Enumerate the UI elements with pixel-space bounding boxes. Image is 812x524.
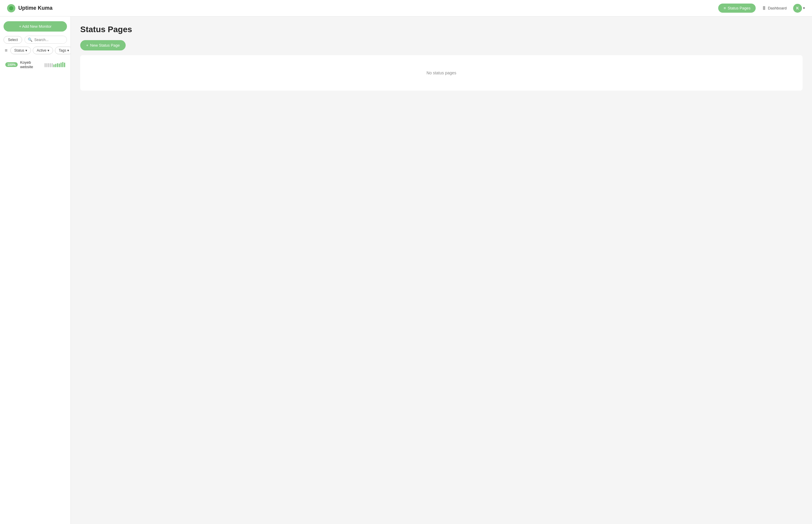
bar-green-6 [62, 62, 63, 67]
monitor-left: 100% Koyeb website [5, 60, 45, 69]
bar-green-4 [59, 63, 60, 67]
chevron-down-icon: ▾ [803, 6, 805, 10]
new-status-page-plus-icon: + [86, 43, 88, 48]
app-logo-icon [7, 4, 15, 12]
active-filter-chevron-icon: ▾ [48, 48, 49, 52]
tags-filter-chevron-icon: ▾ [67, 48, 69, 52]
app-header: Uptime Kuma ≡ Status Pages 🎛 Dashboard K… [0, 0, 812, 17]
status-filter-button[interactable]: Status ▾ [10, 47, 31, 54]
page-title: Status Pages [80, 25, 802, 34]
dashboard-nav-button[interactable]: 🎛 Dashboard [759, 4, 790, 12]
monitor-bars [45, 62, 65, 67]
add-new-monitor-button[interactable]: + Add New Monitor [3, 21, 67, 32]
search-icon: 🔍 [28, 37, 32, 42]
filter-row: ≡ Status ▾ Active ▾ Tags ▾ [3, 47, 67, 54]
app-title: Uptime Kuma [18, 5, 52, 11]
active-filter-label: Active [37, 48, 46, 52]
header-right: ≡ Status Pages 🎛 Dashboard K ▾ [718, 3, 805, 13]
bar-green-7 [64, 63, 65, 67]
dashboard-icon: 🎛 [762, 6, 766, 10]
main-layout: + Add New Monitor Select 🔍 ≡ Status ▾ Ac… [0, 17, 812, 524]
main-content: Status Pages + New Status Page No status… [71, 17, 812, 524]
bar-green-5 [61, 63, 62, 67]
bar-green-2 [55, 64, 56, 67]
bar-grey-2 [46, 63, 48, 67]
select-button[interactable]: Select [3, 36, 22, 44]
search-input-wrap: 🔍 [24, 36, 67, 44]
status-pages-nav-icon: ≡ [724, 6, 726, 10]
tags-filter-label: Tags [59, 48, 66, 52]
active-filter-button[interactable]: Active ▾ [33, 47, 53, 54]
status-pages-nav-button[interactable]: ≡ Status Pages [718, 3, 756, 13]
bar-grey-1 [45, 63, 46, 67]
new-status-page-button[interactable]: + New Status Page [80, 40, 126, 50]
sidebar: + Add New Monitor Select 🔍 ≡ Status ▾ Ac… [0, 17, 71, 524]
search-row: Select 🔍 [3, 36, 67, 44]
no-status-pages-message: No status pages [427, 70, 456, 75]
search-input[interactable] [34, 38, 64, 42]
status-filter-chevron-icon: ▾ [26, 48, 27, 52]
monitor-name: Koyeb website [20, 60, 45, 69]
status-filter-label: Status [14, 48, 24, 52]
bar-grey-5 [52, 63, 53, 67]
list-view-button[interactable]: ≡ [3, 47, 9, 54]
monitor-uptime-badge: 100% [5, 62, 18, 67]
header-left: Uptime Kuma [7, 4, 52, 12]
bar-grey-3 [48, 63, 49, 67]
new-status-page-label: New Status Page [90, 43, 120, 48]
bar-grey-4 [50, 63, 51, 67]
monitor-list: 100% Koyeb website [3, 58, 67, 71]
tags-filter-button[interactable]: Tags ▾ [55, 47, 71, 54]
avatar: K [793, 4, 802, 13]
status-pages-panel: No status pages [80, 55, 802, 91]
bar-green-3 [57, 63, 58, 67]
monitor-item[interactable]: 100% Koyeb website [3, 58, 67, 71]
bar-green-1 [53, 64, 54, 67]
user-menu[interactable]: K ▾ [793, 4, 805, 13]
